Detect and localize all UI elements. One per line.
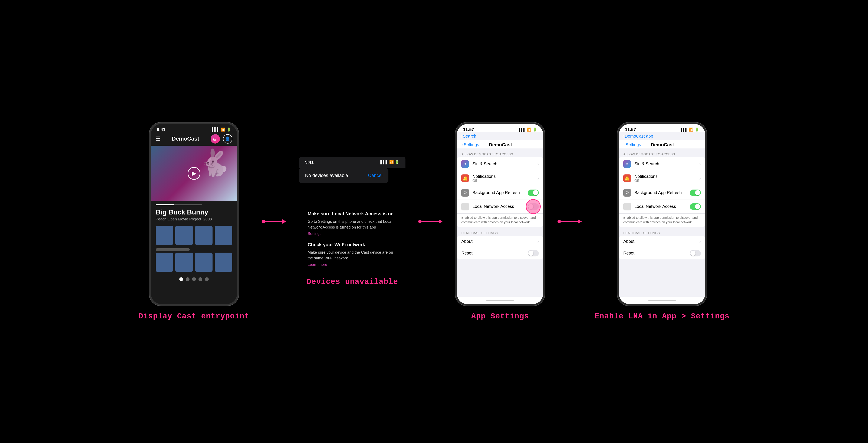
trouble-section-2: Check your Wi-Fi network Make sure your … (308, 242, 397, 267)
thumb-4 (215, 226, 232, 245)
lna-description-4: Enabled to allow this app permission to … (619, 214, 705, 227)
lna-row[interactable]: Local Network Access (457, 200, 543, 214)
dialog-time: 9:41 (305, 160, 313, 165)
arrow-3-graphic (558, 219, 582, 224)
section-header-3: ALLOW DEMOCAST TO ACCESS (457, 149, 543, 157)
status-bar-4: 11:57 ▌▌▌ 📶 🔋 (619, 124, 705, 132)
reset-toggle-4[interactable] (690, 250, 701, 256)
menu-icon[interactable]: ☰ (156, 135, 161, 142)
dot-4 (198, 277, 202, 281)
page-indicators (151, 274, 237, 285)
settings-title-4: DemoCast (641, 142, 684, 148)
notifications-row-4[interactable]: 🔔 Notifications Off › (619, 171, 705, 186)
reset-toggle-3[interactable] (528, 250, 539, 256)
back-section-4: ‹ DemoCast app (619, 132, 705, 140)
back-button-3[interactable]: ‹ Settings (461, 142, 479, 147)
lna-toggle[interactable] (528, 203, 539, 210)
about-chevron-4: › (699, 239, 701, 244)
lna-toggle-4[interactable] (690, 203, 701, 210)
thumbnails-row-2 (151, 251, 237, 274)
status-icons-1: ▌▌▌ 📶 🔋 (212, 127, 231, 132)
signal-3: ▌▌▌ (519, 128, 526, 131)
dot-2 (186, 277, 189, 281)
siri-label: Siri & Search (472, 161, 537, 166)
reset-label-4: Reset (623, 251, 690, 256)
caption-1: Display Cast entrypoint (138, 312, 249, 321)
trouble-text-2: Make sure your device and the Cast devic… (308, 250, 397, 261)
about-row-3[interactable]: About › (457, 236, 543, 247)
bg-toggle[interactable] (528, 190, 539, 196)
chevron-back-4: ‹ (622, 134, 624, 139)
cancel-button[interactable]: Cancel (368, 173, 382, 178)
dot-1 (179, 277, 183, 281)
siri-search-row-4[interactable]: ✦ Siri & Search › (619, 157, 705, 171)
notif-label-group: Notifications Off (472, 174, 537, 183)
play-button[interactable]: ▶ (188, 167, 200, 180)
siri-chevron: › (537, 161, 539, 166)
bg-toggle-4[interactable] (690, 190, 701, 196)
caption-4: Enable LNA in App > Settings (595, 312, 730, 321)
no-devices-label: No devices available (305, 173, 348, 178)
settings-content-3: ALLOW DEMOCAST TO ACCESS ✦ Siri & Search… (457, 149, 543, 297)
bg-refresh-row-4[interactable]: ⚙ Background App Refresh (619, 186, 705, 200)
about-label-3: About (461, 239, 537, 244)
notifications-row[interactable]: 🔔 Notifications Off › (457, 171, 543, 186)
dialog-content: No devices available Cancel (299, 168, 389, 183)
header-icons: 👤 (211, 134, 232, 144)
lna-row-4[interactable]: Local Network Access (619, 200, 705, 214)
bg-refresh-row[interactable]: ⚙ Background App Refresh (457, 186, 543, 200)
notif-label-4: Notifications (634, 174, 699, 179)
thumb-8 (215, 253, 232, 272)
bg-toggle-knob (533, 190, 538, 195)
reset-row-4[interactable]: Reset (619, 247, 705, 259)
section-label (156, 248, 190, 251)
back-to-search[interactable]: ‹ Search (460, 134, 539, 139)
arrow2-start-dot (418, 220, 422, 223)
signal-4: ▌▌▌ (681, 128, 688, 131)
notif-chevron-4: › (699, 176, 701, 181)
settings-back-label-4: Settings (626, 142, 641, 147)
learn-more-link[interactable]: Learn more (308, 262, 327, 267)
no-devices-dialog: No devices available Cancel (299, 168, 389, 183)
settings-link[interactable]: Settings (308, 231, 321, 236)
about-row-4[interactable]: About › (619, 236, 705, 247)
settings-group-2: About › Reset (457, 236, 543, 259)
progress-fill (156, 204, 174, 205)
arrow-2 (418, 219, 442, 224)
bg-icon: ⚙ (461, 189, 469, 197)
col-1: 9:41 ▌▌▌ 📶 🔋 ☰ DemoCast (138, 123, 249, 321)
lna-toggle-knob-4 (695, 204, 700, 209)
back-button-4[interactable]: ‹ Settings (623, 142, 641, 147)
col-4: 11:57 ▌▌▌ 📶 🔋 ‹ DemoCast app ‹ Settings (595, 123, 730, 321)
hero-image: ▶ 🐇 (151, 146, 237, 201)
profile-button[interactable]: 👤 (223, 134, 232, 144)
phone-4: 11:57 ▌▌▌ 📶 🔋 ‹ DemoCast app ‹ Settings (617, 123, 707, 306)
arrow3-head (578, 219, 582, 224)
bg-icon-4: ⚙ (623, 189, 631, 197)
siri-icon-4: ✦ (623, 160, 631, 168)
movie-info: Big Buck Bunny Peach Open Movie Project,… (151, 206, 237, 224)
network-icon (461, 203, 469, 211)
battery-icon: 🔋 (226, 127, 231, 132)
svg-rect-0 (213, 139, 214, 140)
back-to-democast[interactable]: ‹ DemoCast app (622, 134, 702, 139)
siri-search-row[interactable]: ✦ Siri & Search › (457, 157, 543, 171)
lna-description: Enabled to allow this app permission to … (457, 214, 543, 227)
thumb-1 (156, 226, 173, 245)
home-bar-4 (648, 300, 676, 301)
battery-3: 🔋 (533, 127, 537, 132)
arrow3-line (561, 221, 578, 222)
siri-chevron-4: › (699, 161, 701, 166)
reset-label-3: Reset (461, 251, 528, 256)
bg-label-4: Background App Refresh (634, 190, 690, 195)
progress-section (151, 201, 237, 206)
battery-4: 🔋 (695, 127, 699, 132)
thumb-3 (195, 226, 213, 245)
thumbnails-row-1 (151, 224, 237, 247)
lna-toggle-knob (528, 204, 533, 209)
status-bar-3: 11:57 ▌▌▌ 📶 🔋 (457, 124, 543, 132)
reset-toggle-knob-4 (690, 251, 695, 256)
cast-button[interactable] (211, 134, 220, 144)
about-chevron-3: › (537, 239, 539, 244)
reset-row-3[interactable]: Reset (457, 247, 543, 259)
